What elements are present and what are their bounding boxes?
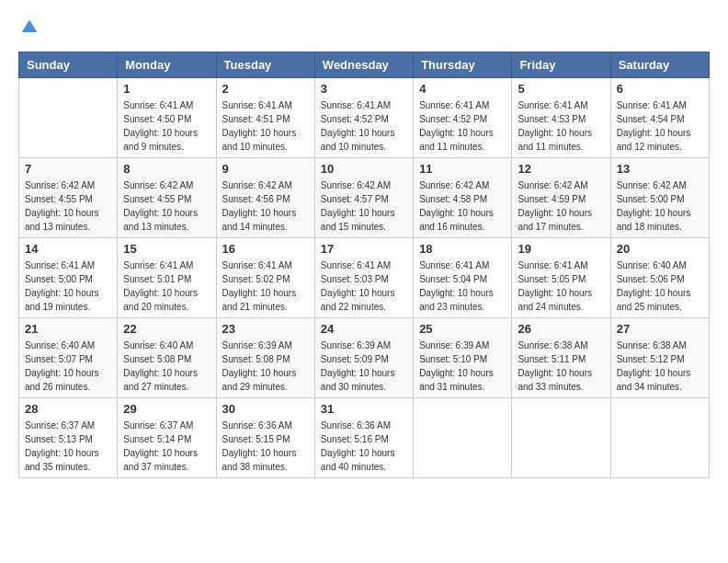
- day-number: 19: [518, 242, 604, 256]
- sunrise-info: Sunrise: 6:42 AM: [222, 180, 292, 190]
- day-info: Sunrise: 6:42 AMSunset: 4:59 PMDaylight:…: [518, 178, 604, 234]
- sunset-info: Sunset: 5:14 PM: [123, 434, 191, 444]
- day-number: 30: [222, 402, 309, 416]
- calendar-day-cell: 1Sunrise: 6:41 AMSunset: 4:50 PMDaylight…: [118, 78, 216, 158]
- daylight-label: Daylight: 10 hours: [25, 448, 99, 458]
- daylight-label: Daylight: 10 hours: [321, 368, 395, 378]
- day-info: Sunrise: 6:41 AMSunset: 5:04 PMDaylight:…: [419, 259, 506, 314]
- sunset-info: Sunset: 5:03 PM: [321, 274, 389, 284]
- calendar-day-cell: 3Sunrise: 6:41 AMSunset: 4:52 PMDaylight…: [314, 78, 413, 158]
- sunset-info: Sunset: 5:01 PM: [123, 274, 191, 284]
- sunset-info: Sunset: 5:05 PM: [518, 274, 586, 284]
- sunrise-info: Sunrise: 6:39 AM: [419, 340, 489, 350]
- calendar-day-cell: 9Sunrise: 6:42 AMSunset: 4:56 PMDaylight…: [216, 158, 314, 238]
- day-number: 26: [518, 322, 604, 336]
- day-number: 28: [25, 402, 111, 416]
- daylight-label: and 35 minutes.: [25, 462, 90, 472]
- daylight-label: and 19 minutes.: [25, 302, 90, 312]
- daylight-label: and 10 minutes.: [222, 142, 288, 152]
- sunset-info: Sunset: 5:07 PM: [25, 354, 93, 364]
- daylight-label: Daylight: 10 hours: [222, 208, 297, 218]
- weekday-header-cell: Sunday: [19, 52, 118, 78]
- daylight-label: and 23 minutes.: [419, 302, 484, 312]
- calendar-day-cell: 27Sunrise: 6:38 AMSunset: 5:12 PMDayligh…: [610, 318, 709, 398]
- sunset-info: Sunset: 4:51 PM: [222, 114, 290, 124]
- sunset-info: Sunset: 4:50 PM: [123, 114, 191, 124]
- sunrise-info: Sunrise: 6:42 AM: [25, 180, 95, 190]
- day-info: Sunrise: 6:39 AMSunset: 5:09 PMDaylight:…: [321, 339, 407, 394]
- calendar-day-cell: 28Sunrise: 6:37 AMSunset: 5:13 PMDayligh…: [19, 398, 118, 478]
- daylight-label: Daylight: 10 hours: [222, 128, 297, 138]
- daylight-label: and 16 minutes.: [419, 222, 484, 232]
- daylight-label: Daylight: 10 hours: [617, 368, 691, 378]
- sunrise-info: Sunrise: 6:41 AM: [123, 100, 193, 110]
- sunrise-info: Sunrise: 6:41 AM: [419, 260, 489, 270]
- day-number: 27: [617, 322, 703, 336]
- svg-marker-0: [22, 20, 38, 32]
- sunset-info: Sunset: 5:04 PM: [419, 274, 487, 284]
- sunset-info: Sunset: 4:55 PM: [25, 194, 93, 204]
- sunset-info: Sunset: 4:57 PM: [321, 194, 389, 204]
- sunrise-info: Sunrise: 6:41 AM: [25, 260, 95, 270]
- sunrise-info: Sunrise: 6:41 AM: [518, 260, 587, 270]
- day-number: 31: [321, 402, 407, 416]
- daylight-label: and 25 minutes.: [617, 302, 682, 312]
- day-number: 21: [25, 322, 111, 336]
- calendar-day-cell: 14Sunrise: 6:41 AMSunset: 5:00 PMDayligh…: [19, 238, 118, 318]
- sunset-info: Sunset: 5:11 PM: [518, 354, 586, 364]
- daylight-label: and 24 minutes.: [518, 302, 583, 312]
- day-info: Sunrise: 6:40 AMSunset: 5:08 PMDaylight:…: [123, 339, 210, 394]
- daylight-label: Daylight: 10 hours: [123, 448, 198, 458]
- sunrise-info: Sunrise: 6:41 AM: [518, 100, 587, 110]
- day-info: Sunrise: 6:42 AMSunset: 4:56 PMDaylight:…: [222, 178, 309, 234]
- calendar-week-row: 21Sunrise: 6:40 AMSunset: 5:07 PMDayligh…: [19, 318, 710, 398]
- sunset-info: Sunset: 4:58 PM: [419, 194, 487, 204]
- calendar-week-row: 14Sunrise: 6:41 AMSunset: 5:00 PMDayligh…: [19, 238, 710, 318]
- sunset-info: Sunset: 4:52 PM: [419, 114, 487, 124]
- calendar-day-cell: 10Sunrise: 6:42 AMSunset: 4:57 PMDayligh…: [314, 158, 413, 238]
- sunrise-info: Sunrise: 6:41 AM: [321, 260, 391, 270]
- day-info: Sunrise: 6:41 AMSunset: 4:52 PMDaylight:…: [321, 98, 407, 154]
- sunrise-info: Sunrise: 6:41 AM: [222, 260, 292, 270]
- daylight-label: Daylight: 10 hours: [222, 368, 297, 378]
- day-info: Sunrise: 6:41 AMSunset: 5:03 PMDaylight:…: [321, 259, 407, 314]
- day-info: Sunrise: 6:40 AMSunset: 5:07 PMDaylight:…: [25, 339, 111, 394]
- day-info: Sunrise: 6:39 AMSunset: 5:10 PMDaylight:…: [419, 339, 506, 394]
- calendar-day-cell: 23Sunrise: 6:39 AMSunset: 5:08 PMDayligh…: [216, 318, 314, 398]
- sunrise-info: Sunrise: 6:37 AM: [25, 420, 95, 431]
- calendar-day-cell: 25Sunrise: 6:39 AMSunset: 5:10 PMDayligh…: [414, 318, 512, 398]
- daylight-label: and 9 minutes.: [123, 142, 184, 152]
- daylight-label: and 13 minutes.: [25, 222, 90, 232]
- sunset-info: Sunset: 5:00 PM: [25, 274, 93, 284]
- sunrise-info: Sunrise: 6:41 AM: [222, 100, 292, 110]
- sunset-info: Sunset: 5:13 PM: [25, 434, 93, 444]
- day-number: 14: [25, 242, 111, 256]
- day-info: Sunrise: 6:37 AMSunset: 5:13 PMDaylight:…: [25, 419, 111, 474]
- weekday-header-row: SundayMondayTuesdayWednesdayThursdayFrid…: [19, 52, 710, 78]
- calendar-day-cell: 7Sunrise: 6:42 AMSunset: 4:55 PMDaylight…: [19, 158, 118, 238]
- calendar-week-row: 7Sunrise: 6:42 AMSunset: 4:55 PMDaylight…: [19, 158, 710, 238]
- calendar-day-cell: 4Sunrise: 6:41 AMSunset: 4:52 PMDaylight…: [414, 78, 512, 158]
- day-info: Sunrise: 6:41 AMSunset: 4:53 PMDaylight:…: [518, 98, 604, 154]
- day-number: 2: [222, 82, 309, 96]
- weekday-header-cell: Wednesday: [314, 52, 413, 78]
- sunrise-info: Sunrise: 6:37 AM: [123, 420, 193, 431]
- daylight-label: Daylight: 10 hours: [321, 208, 395, 218]
- calendar-day-cell: 21Sunrise: 6:40 AMSunset: 5:07 PMDayligh…: [19, 318, 118, 398]
- daylight-label: Daylight: 10 hours: [518, 208, 592, 218]
- sunrise-info: Sunrise: 6:36 AM: [222, 420, 292, 431]
- day-number: 23: [222, 322, 309, 336]
- daylight-label: Daylight: 10 hours: [617, 208, 691, 218]
- sunset-info: Sunset: 4:52 PM: [321, 114, 389, 124]
- daylight-label: and 17 minutes.: [518, 222, 583, 232]
- daylight-label: Daylight: 10 hours: [419, 208, 494, 218]
- daylight-label: Daylight: 10 hours: [321, 448, 395, 458]
- sunset-info: Sunset: 5:10 PM: [419, 354, 487, 364]
- day-info: Sunrise: 6:42 AMSunset: 4:55 PMDaylight:…: [123, 178, 210, 234]
- daylight-label: Daylight: 10 hours: [222, 448, 297, 458]
- day-number: 17: [321, 242, 407, 256]
- sunset-info: Sunset: 5:15 PM: [222, 434, 290, 444]
- daylight-label: and 15 minutes.: [321, 222, 386, 232]
- day-number: 8: [123, 162, 210, 176]
- daylight-label: and 12 minutes.: [617, 142, 682, 152]
